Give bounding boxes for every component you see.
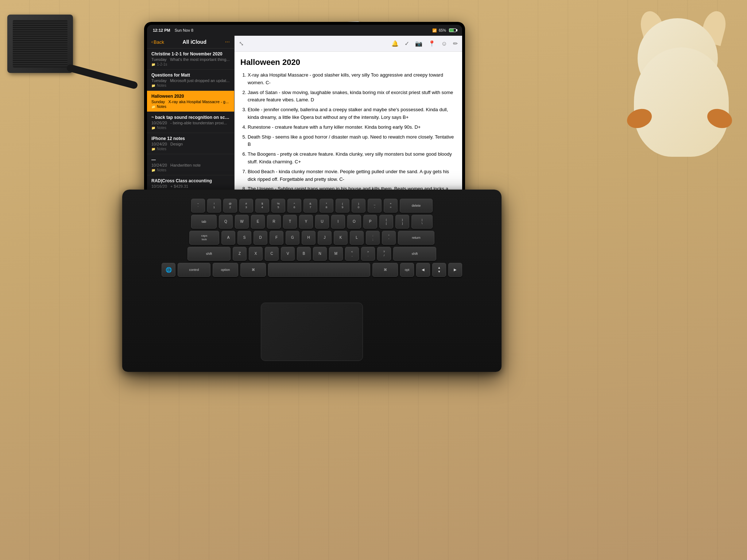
sidebar-title: All iCloud <box>183 39 206 45</box>
key-globe[interactable]: 🌐 <box>162 263 175 277</box>
key-u[interactable]: U <box>315 215 329 229</box>
key-h[interactable]: H <box>302 231 316 245</box>
key-w[interactable]: W <box>235 215 249 229</box>
key-rbracket[interactable]: }] <box>395 215 409 229</box>
key-v[interactable]: V <box>281 247 295 261</box>
key-tab[interactable]: tab <box>191 215 217 229</box>
key-p[interactable]: P <box>363 215 377 229</box>
note-item-meta: 📁 Notes <box>151 168 230 172</box>
note-list-item[interactable]: Halloween 2020 Sunday X-ray aka Hospital… <box>147 91 234 112</box>
checklist-icon[interactable]: ✓ <box>405 40 409 47</box>
key-5[interactable]: %5 <box>271 199 285 213</box>
note-item-title: RAD|Cross Class accounting <box>151 178 230 183</box>
trackpad[interactable] <box>261 303 363 361</box>
key-shift-left[interactable]: shift <box>187 247 231 261</box>
key-e[interactable]: E <box>251 215 265 229</box>
key-capslock[interactable]: capslock <box>189 231 219 245</box>
location-icon[interactable]: 📍 <box>428 40 436 47</box>
key-k[interactable]: K <box>334 231 348 245</box>
key-opt-right[interactable]: opt <box>400 263 414 277</box>
key-t[interactable]: T <box>283 215 297 229</box>
back-button[interactable]: ‹ Back <box>151 39 164 45</box>
emoji-icon[interactable]: ☺ <box>441 40 447 47</box>
key-6[interactable]: ^6 <box>287 199 301 213</box>
key-semicolon[interactable]: :; <box>366 231 380 245</box>
key-i[interactable]: I <box>331 215 345 229</box>
key-c[interactable]: C <box>265 247 279 261</box>
sidebar-menu-icon[interactable]: ··· <box>225 39 230 45</box>
note-item-meta: 📁 Notes <box>151 126 230 130</box>
key-d[interactable]: D <box>253 231 267 245</box>
key-z[interactable]: Z <box>233 247 247 261</box>
key-y[interactable]: Y <box>299 215 313 229</box>
key-0[interactable]: )0 <box>352 199 365 213</box>
key-period[interactable]: >. <box>361 247 375 261</box>
note-list-item[interactable]: Christine 1-2-1 for November 2020 Tuesda… <box>147 48 234 70</box>
key-arrow-right[interactable]: ▶ <box>448 263 462 277</box>
note-list-item[interactable]: — 10/24/20 Handwritten note 📁 Notes <box>147 154 234 175</box>
note-item-title: Halloween 2020 <box>151 94 230 99</box>
expand-icon[interactable]: ⤡ <box>239 40 244 47</box>
note-item-preview: 10/24/20 Handwritten note <box>151 163 230 167</box>
key-cmd-right[interactable]: ⌘ <box>372 263 398 277</box>
key-f[interactable]: F <box>270 231 283 245</box>
note-list-item: The Boogens - pretty ok creature feature… <box>248 151 456 166</box>
battery-icon: 65% <box>439 28 446 32</box>
key-a[interactable]: A <box>221 231 235 245</box>
key-m[interactable]: M <box>329 247 343 261</box>
key-7[interactable]: &7 <box>303 199 317 213</box>
key-2[interactable]: @2 <box>223 199 237 213</box>
key-shift-right[interactable]: shift <box>393 247 436 261</box>
wifi-icon: 📶 <box>432 28 437 32</box>
keyboard-row-1: ~` !1 @2 #3 $4 %5 ^6 &7 *8 (9 )0 _- += d… <box>128 199 496 213</box>
key-b[interactable]: B <box>297 247 311 261</box>
key-minus[interactable]: _- <box>368 199 382 213</box>
key-equals[interactable]: += <box>384 199 398 213</box>
key-arrow-updown[interactable]: ▲▼ <box>432 263 446 277</box>
camera-icon[interactable]: 📷 <box>415 40 422 47</box>
key-comma[interactable]: <, <box>345 247 359 261</box>
key-backslash[interactable]: |\ <box>411 215 433 229</box>
key-8[interactable]: *8 <box>320 199 333 213</box>
key-option[interactable]: option <box>213 263 238 277</box>
key-g[interactable]: G <box>286 231 299 245</box>
note-list-item[interactable]: ~ back tap sound recognition on scr... 1… <box>147 112 234 133</box>
key-r[interactable]: R <box>267 215 281 229</box>
key-9[interactable]: (9 <box>336 199 349 213</box>
key-cmd-left[interactable]: ⌘ <box>240 263 266 277</box>
key-n[interactable]: N <box>313 247 327 261</box>
key-slash[interactable]: ?/ <box>377 247 391 261</box>
ipad-keyboard-combo: 12:12 PM Sun Nov 8 📶 65% <box>111 22 512 372</box>
key-s[interactable]: S <box>237 231 251 245</box>
pencil-icon[interactable]: ✏ <box>453 40 458 47</box>
key-o[interactable]: O <box>347 215 361 229</box>
keyboard-row-4: shift Z X C V B N M <, >. ?/ shift <box>128 247 496 261</box>
note-item-folder: Notes <box>157 83 166 88</box>
plush-toy <box>627 11 736 157</box>
note-list-item: Death Ship - seems like a good horror / … <box>248 133 456 149</box>
keyboard-row-3: capslock A S D F G H J K L :; "' return <box>128 231 496 245</box>
key-j[interactable]: J <box>318 231 332 245</box>
key-x[interactable]: X <box>249 247 263 261</box>
key-lbracket[interactable]: {[ <box>379 215 393 229</box>
status-icons: 📶 65% <box>432 28 456 32</box>
reminder-icon[interactable]: 🔔 <box>391 40 399 47</box>
key-backtick[interactable]: ~` <box>191 199 205 213</box>
note-item-folder: 1-2-1s <box>157 62 167 66</box>
key-q[interactable]: Q <box>219 215 233 229</box>
note-list-item[interactable]: iPhone 12 notes 10/24/20 Design 📁 Notes <box>147 133 234 154</box>
key-1[interactable]: !1 <box>207 199 221 213</box>
note-list-item[interactable]: Questions for Matt Tuesday Microsoft jus… <box>147 70 234 91</box>
key-3[interactable]: #3 <box>239 199 253 213</box>
note-item-title: Christine 1-2-1 for November 2020 <box>151 51 230 57</box>
key-return[interactable]: return <box>398 231 434 245</box>
key-arrow-left[interactable]: ◀ <box>416 263 430 277</box>
key-4[interactable]: $4 <box>255 199 269 213</box>
key-l[interactable]: L <box>350 231 364 245</box>
key-space[interactable] <box>268 263 370 277</box>
note-item-title: — <box>151 157 230 162</box>
back-label[interactable]: Back <box>154 39 164 45</box>
key-quote[interactable]: "' <box>382 231 396 245</box>
key-control[interactable]: control <box>178 263 210 277</box>
key-delete[interactable]: delete <box>400 199 433 213</box>
